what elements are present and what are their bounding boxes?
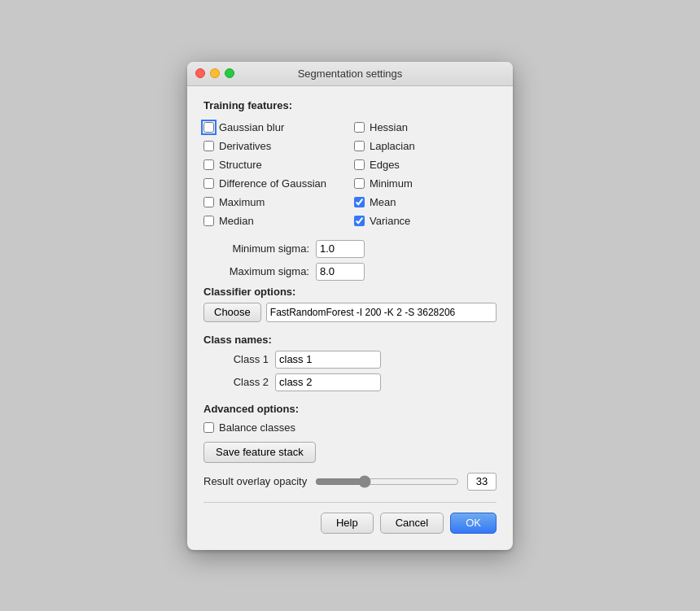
traffic-lights xyxy=(195,68,234,78)
hessian-checkbox[interactable] xyxy=(354,122,365,133)
class-names-section: Class names: Class 1 Class 2 xyxy=(203,334,497,391)
help-button[interactable]: Help xyxy=(321,513,374,534)
variance-checkbox[interactable] xyxy=(354,216,365,226)
classifier-label: Classifier options: xyxy=(203,286,497,298)
gaussian-blur-row: Gaussian blur xyxy=(203,120,346,135)
window-title: Segmentation settings xyxy=(298,68,403,80)
difference-of-gaussian-checkbox[interactable] xyxy=(203,178,214,189)
edges-row: Edges xyxy=(354,157,497,172)
median-label: Median xyxy=(219,215,254,227)
advanced-section: Advanced options: Balance classes Save f… xyxy=(203,403,497,463)
minimum-row: Minimum xyxy=(354,176,497,191)
class2-input[interactable] xyxy=(275,373,381,391)
gaussian-blur-label: Gaussian blur xyxy=(219,121,284,133)
structure-label: Structure xyxy=(219,159,262,171)
features-grid: Gaussian blur Hessian Derivatives Laplac… xyxy=(203,120,497,229)
max-sigma-row: Maximum sigma: xyxy=(203,263,497,281)
class1-row: Class 1 xyxy=(203,351,497,369)
laplacian-label: Laplacian xyxy=(370,140,415,152)
balance-classes-label: Balance classes xyxy=(219,421,295,434)
divider xyxy=(203,502,497,503)
derivatives-checkbox[interactable] xyxy=(203,141,214,151)
save-feature-stack-button[interactable]: Save feature stack xyxy=(203,442,316,463)
opacity-slider[interactable] xyxy=(315,475,459,488)
button-row: Help Cancel OK xyxy=(203,513,497,534)
structure-checkbox[interactable] xyxy=(203,159,214,170)
max-sigma-label: Maximum sigma: xyxy=(203,265,309,277)
ok-button[interactable]: OK xyxy=(450,513,497,534)
laplacian-row: Laplacian xyxy=(354,138,497,154)
balance-classes-checkbox[interactable] xyxy=(203,422,214,433)
advanced-label: Advanced options: xyxy=(203,403,497,415)
minimum-label: Minimum xyxy=(370,177,413,190)
titlebar: Segmentation settings xyxy=(187,62,513,86)
difference-of-gaussian-label: Difference of Gaussian xyxy=(219,177,326,190)
edges-label: Edges xyxy=(370,159,400,171)
median-checkbox[interactable] xyxy=(203,216,214,226)
median-row: Median xyxy=(203,213,346,229)
class1-input[interactable] xyxy=(275,351,381,369)
diff-gaussian-row: Difference of Gaussian xyxy=(203,176,346,191)
edges-checkbox[interactable] xyxy=(354,159,365,170)
maximum-row: Maximum xyxy=(203,194,346,210)
variance-row: Variance xyxy=(354,213,497,229)
mean-row: Mean xyxy=(354,194,497,210)
minimum-checkbox[interactable] xyxy=(354,178,365,189)
opacity-row: Result overlay opacity xyxy=(203,473,497,491)
cancel-button[interactable]: Cancel xyxy=(380,513,444,534)
class-names-label: Class names: xyxy=(203,334,497,346)
opacity-label: Result overlay opacity xyxy=(203,475,307,487)
maximize-button[interactable] xyxy=(225,68,234,78)
content-area: Training features: Gaussian blur Hessian… xyxy=(187,86,513,550)
classifier-section: Classifier options: Choose xyxy=(203,286,497,322)
min-sigma-input[interactable] xyxy=(316,240,365,258)
max-sigma-input[interactable] xyxy=(316,263,365,281)
classifier-row: Choose xyxy=(203,303,497,322)
balance-classes-row: Balance classes xyxy=(203,420,497,435)
derivatives-row: Derivatives xyxy=(203,138,346,154)
classifier-input[interactable] xyxy=(266,303,497,322)
min-sigma-row: Minimum sigma: xyxy=(203,240,497,258)
mean-label: Mean xyxy=(370,196,396,208)
close-button[interactable] xyxy=(195,68,205,78)
min-sigma-label: Minimum sigma: xyxy=(203,242,309,255)
segmentation-settings-window: Segmentation settings Training features:… xyxy=(187,62,513,550)
class2-label: Class 2 xyxy=(203,376,269,388)
variance-label: Variance xyxy=(370,215,410,227)
maximum-checkbox[interactable] xyxy=(203,197,214,207)
hessian-label: Hessian xyxy=(370,121,408,133)
derivatives-label: Derivatives xyxy=(219,140,271,152)
maximum-label: Maximum xyxy=(219,196,265,208)
mean-checkbox[interactable] xyxy=(354,197,365,207)
minimize-button[interactable] xyxy=(210,68,220,78)
opacity-value-input[interactable] xyxy=(467,473,497,491)
training-features-label: Training features: xyxy=(203,99,497,111)
gaussian-blur-checkbox[interactable] xyxy=(203,122,214,133)
laplacian-checkbox[interactable] xyxy=(354,141,365,151)
structure-row: Structure xyxy=(203,157,346,172)
hessian-row: Hessian xyxy=(354,120,497,135)
class2-row: Class 2 xyxy=(203,373,497,391)
choose-button[interactable]: Choose xyxy=(203,303,261,322)
class1-label: Class 1 xyxy=(203,353,269,365)
